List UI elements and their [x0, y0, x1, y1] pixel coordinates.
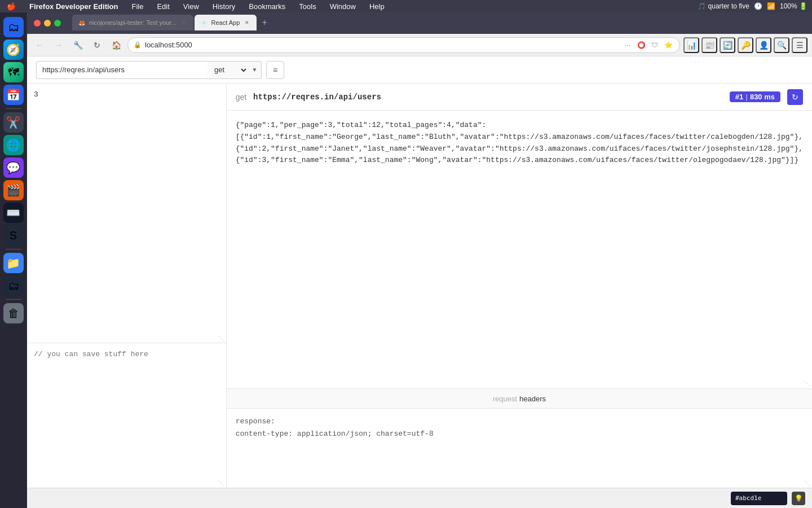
tab-active-2[interactable]: ⚛ React App ✕	[195, 15, 257, 30]
badge-time: 830 ms	[750, 93, 775, 101]
response-badge: #1 | 830 ms	[730, 91, 780, 102]
tools-menu[interactable]: Tools	[297, 2, 318, 11]
menu-bar: 🍎 Firefox Developer Edition File Edit Vi…	[0, 0, 812, 12]
refresh-button[interactable]: ↻	[787, 89, 803, 105]
tab-close-1[interactable]: ✕	[180, 19, 188, 27]
traffic-light-close[interactable]	[34, 20, 41, 27]
dock-icon-trash[interactable]: 🗑	[3, 303, 24, 323]
notes-area: ⋱	[27, 343, 226, 488]
file-menu[interactable]: File	[129, 2, 145, 11]
method-select[interactable]: get post put patch delete	[208, 61, 248, 79]
menu-bar-left: 🍎 Firefox Developer Edition File Edit Vi…	[5, 2, 387, 11]
dock-icon-vlc[interactable]: 🎬	[3, 180, 24, 200]
headers-headers-label: headers	[519, 395, 546, 403]
tab-bar-row: 🦊 nicojones/api-tester: Test your... ✕ ⚛…	[27, 12, 812, 34]
headers-request-label: request	[493, 395, 517, 403]
pocket-icon[interactable]: ⭕	[636, 40, 647, 51]
response-body-area: {"page":1,"per_page":3,"total":12,"total…	[227, 111, 812, 388]
left-panel: 3 ⋱ ⋱	[27, 84, 227, 488]
dock: 🗂 🧭 🗺 📅 ✂️ 🌐 💬 🎬 ⌨️ S 📁 🗂 🗑	[0, 12, 27, 508]
edit-menu[interactable]: Edit	[155, 2, 171, 11]
request-resize-handle[interactable]: ⋱	[218, 335, 225, 342]
more-action-icon[interactable]: ···	[622, 40, 633, 51]
forward-button[interactable]: →	[51, 37, 67, 53]
dock-icon-capcut[interactable]: ✂️	[3, 112, 24, 133]
color-picker-button[interactable]: 💡	[792, 492, 805, 505]
tab-title-1: nicojones/api-tester: Test your...	[89, 19, 176, 26]
notes-resize-handle[interactable]: ⋱	[218, 480, 225, 487]
password-icon[interactable]: 🔑	[738, 37, 753, 53]
response-headers-resize-handle[interactable]: ⋱	[804, 480, 811, 487]
devtools-icon[interactable]: 📊	[683, 37, 699, 53]
now-playing: 🎵 quarter to five	[698, 2, 749, 10]
request-body-textarea[interactable]: 3	[27, 84, 226, 343]
wifi-icon: 📶	[767, 2, 775, 10]
method-dropdown-button[interactable]: ▼	[248, 61, 262, 79]
dock-icon-maps[interactable]: 🗺	[3, 62, 24, 82]
dock-separator-2	[6, 249, 21, 249]
browser-window: 🦊 nicojones/api-tester: Test your... ✕ ⚛…	[27, 12, 812, 508]
home-button[interactable]: 🏠	[108, 37, 124, 53]
tab-bar: 🦊 nicojones/api-tester: Test your... ✕ ⚛…	[68, 12, 812, 30]
headers-bar: request headers	[227, 388, 812, 409]
menu-bar-right: 🎵 quarter to five 🕐 📶 100% 🔋	[698, 2, 807, 10]
dock-icon-dark-folder[interactable]: 🗂	[3, 275, 24, 296]
response-method-label: get	[236, 93, 246, 102]
response-resize-handle[interactable]: ⋱	[804, 380, 811, 387]
app-name-menu[interactable]: Firefox Developer Edition	[27, 2, 120, 11]
history-menu[interactable]: History	[210, 2, 237, 11]
badge-divider: |	[745, 93, 748, 101]
dock-icon-sublime[interactable]: S	[3, 225, 24, 246]
bookmarks-menu[interactable]: Bookmarks	[246, 2, 288, 11]
traffic-light-minimize[interactable]	[44, 20, 51, 27]
bottom-bar: #abcd1e 💡	[27, 488, 812, 508]
method-select-wrapper: get post put patch delete ▼	[208, 61, 262, 79]
response-header-bar: get https://reqres.in/api/users #1 | 830…	[227, 84, 812, 111]
tools-button[interactable]: 🔧	[70, 37, 86, 53]
menu-icon[interactable]: ☰	[792, 37, 807, 53]
right-panel: get https://reqres.in/api/users #1 | 830…	[227, 84, 812, 488]
bookmark-icon[interactable]: ⭐	[663, 40, 674, 51]
request-body-area: 3 ⋱	[27, 84, 226, 343]
badge-number: #1	[735, 93, 743, 101]
sync-icon[interactable]: 🔄	[720, 37, 735, 53]
address-text: localhost:5000	[145, 41, 619, 49]
help-menu[interactable]: Help	[367, 2, 387, 11]
dock-icon-browser[interactable]: 🌐	[3, 135, 24, 155]
dock-icon-finder[interactable]: 🗂	[3, 17, 24, 37]
notes-textarea[interactable]	[27, 343, 226, 488]
app-content: get post put patch delete ▼ ≡ 3	[27, 56, 812, 488]
lightbulb-icon: 💡	[795, 494, 803, 502]
address-bar[interactable]: 🔒 localhost:5000 ··· ⭕ 🛡 ⭐	[127, 37, 680, 53]
traffic-light-maximize[interactable]	[54, 20, 61, 27]
lock-icon: 🔒	[134, 41, 142, 49]
view-menu[interactable]: View	[181, 2, 201, 11]
dock-separator-3	[6, 299, 21, 300]
tab-close-2[interactable]: ✕	[243, 19, 251, 27]
window-menu[interactable]: Window	[328, 2, 358, 11]
reader-view-icon[interactable]: 📰	[701, 37, 717, 53]
dock-icon-safari[interactable]: 🧭	[3, 40, 24, 60]
url-input[interactable]	[36, 61, 208, 79]
profile-icon[interactable]: 👤	[756, 37, 771, 53]
shield-icon[interactable]: 🛡	[649, 40, 660, 51]
new-tab-button[interactable]: +	[258, 16, 271, 29]
response-body-content: {"page":1,"per_page":3,"total":12,"total…	[227, 111, 812, 388]
color-picker-preview[interactable]: #abcd1e	[731, 492, 787, 505]
reload-button[interactable]: ↻	[89, 37, 105, 53]
tab-favicon-1: 🦊	[78, 19, 86, 27]
apple-menu[interactable]: 🍎	[5, 2, 18, 11]
dock-icon-folder[interactable]: 📁	[3, 253, 24, 273]
filter-icon: ≡	[273, 65, 277, 75]
dock-separator-1	[6, 108, 21, 109]
filter-button[interactable]: ≡	[266, 61, 284, 79]
back-button[interactable]: ←	[32, 37, 47, 53]
response-headers-text: response:content-type: application/json;…	[236, 417, 434, 438]
dock-icon-terminal[interactable]: ⌨️	[3, 203, 24, 223]
search-icon[interactable]: 🔍	[774, 37, 789, 53]
dock-icon-messages[interactable]: 💬	[3, 157, 24, 178]
nav-bar: ← → 🔧 ↻ 🏠 🔒 localhost:5000 ··· ⭕ 🛡 ⭐ 📊 📰…	[27, 34, 812, 56]
battery: 100% 🔋	[780, 2, 807, 10]
tab-inactive-1[interactable]: 🦊 nicojones/api-tester: Test your... ✕	[72, 15, 193, 30]
dock-icon-calendar[interactable]: 📅	[3, 85, 24, 105]
